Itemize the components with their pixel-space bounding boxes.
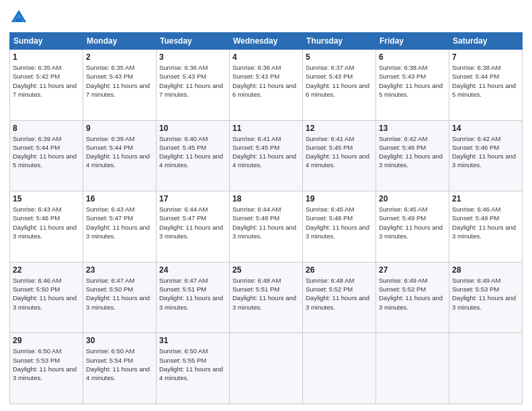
day-number: 2 <box>86 52 153 62</box>
day-info: Sunrise: 6:38 AM Sunset: 5:44 PM Dayligh… <box>452 63 519 99</box>
day-number: 8 <box>13 124 80 133</box>
day-cell: 18 Sunrise: 6:44 AM Sunset: 5:48 PM Dayl… <box>230 191 303 263</box>
day-number: 17 <box>159 194 226 203</box>
day-info: Sunrise: 6:50 AM Sunset: 5:55 PM Dayligh… <box>159 347 226 382</box>
day-number: 11 <box>232 124 300 133</box>
day-number: 24 <box>159 265 226 275</box>
day-cell: 24 Sunrise: 6:47 AM Sunset: 5:51 PM Dayl… <box>157 262 230 333</box>
day-number: 21 <box>452 194 519 203</box>
day-info: Sunrise: 6:39 AM Sunset: 5:44 PM Dayligh… <box>86 134 153 170</box>
day-cell <box>230 333 303 404</box>
day-cell: 16 Sunrise: 6:43 AM Sunset: 5:47 PM Dayl… <box>83 191 157 263</box>
day-info: Sunrise: 6:36 AM Sunset: 5:43 PM Dayligh… <box>159 63 226 99</box>
svg-rect-2 <box>16 18 21 22</box>
day-header-friday: Friday <box>376 33 449 50</box>
day-cell: 30 Sunrise: 6:50 AM Sunset: 5:54 PM Dayl… <box>83 333 157 404</box>
day-cell: 25 Sunrise: 6:48 AM Sunset: 5:51 PM Dayl… <box>230 262 303 333</box>
day-header-wednesday: Wednesday <box>230 33 303 50</box>
day-number: 18 <box>232 194 300 203</box>
day-cell: 31 Sunrise: 6:50 AM Sunset: 5:55 PM Dayl… <box>157 333 230 404</box>
day-info: Sunrise: 6:49 AM Sunset: 5:52 PM Dayligh… <box>379 276 446 312</box>
page: SundayMondayTuesdayWednesdayThursdayFrid… <box>0 0 532 411</box>
day-number: 14 <box>452 124 519 133</box>
day-number: 19 <box>306 194 373 203</box>
day-info: Sunrise: 6:50 AM Sunset: 5:54 PM Dayligh… <box>86 347 153 382</box>
day-number: 4 <box>232 52 300 62</box>
day-cell: 11 Sunrise: 6:41 AM Sunset: 5:45 PM Dayl… <box>230 120 303 191</box>
day-cell: 22 Sunrise: 6:46 AM Sunset: 5:50 PM Dayl… <box>10 262 83 333</box>
day-number: 23 <box>86 265 153 275</box>
day-cell: 6 Sunrise: 6:38 AM Sunset: 5:43 PM Dayli… <box>376 50 449 121</box>
day-cell <box>376 333 449 404</box>
day-number: 30 <box>86 336 153 345</box>
calendar-table: SundayMondayTuesdayWednesdayThursdayFrid… <box>9 32 523 404</box>
week-row-3: 15 Sunrise: 6:43 AM Sunset: 5:46 PM Dayl… <box>10 191 523 263</box>
day-info: Sunrise: 6:45 AM Sunset: 5:49 PM Dayligh… <box>379 205 446 240</box>
day-info: Sunrise: 6:47 AM Sunset: 5:50 PM Dayligh… <box>86 276 153 312</box>
day-cell: 26 Sunrise: 6:48 AM Sunset: 5:52 PM Dayl… <box>303 262 376 333</box>
day-cell: 13 Sunrise: 6:42 AM Sunset: 5:46 PM Dayl… <box>376 120 449 191</box>
day-number: 5 <box>306 52 373 62</box>
day-number: 10 <box>159 124 226 133</box>
day-cell: 27 Sunrise: 6:49 AM Sunset: 5:52 PM Dayl… <box>376 262 449 333</box>
day-cell: 9 Sunrise: 6:39 AM Sunset: 5:44 PM Dayli… <box>83 120 157 191</box>
day-info: Sunrise: 6:49 AM Sunset: 5:53 PM Dayligh… <box>452 276 519 312</box>
day-number: 27 <box>379 265 446 275</box>
week-row-5: 29 Sunrise: 6:50 AM Sunset: 5:53 PM Dayl… <box>10 333 523 404</box>
day-number: 15 <box>13 194 80 203</box>
day-info: Sunrise: 6:47 AM Sunset: 5:51 PM Dayligh… <box>159 276 226 312</box>
day-cell: 21 Sunrise: 6:46 AM Sunset: 5:49 PM Dayl… <box>449 191 523 263</box>
logo <box>9 8 30 27</box>
day-cell: 10 Sunrise: 6:40 AM Sunset: 5:45 PM Dayl… <box>157 120 230 191</box>
day-cell: 17 Sunrise: 6:44 AM Sunset: 5:47 PM Dayl… <box>157 191 230 263</box>
day-info: Sunrise: 6:42 AM Sunset: 5:46 PM Dayligh… <box>452 134 519 170</box>
day-cell: 1 Sunrise: 6:35 AM Sunset: 5:42 PM Dayli… <box>10 50 83 121</box>
day-cell: 5 Sunrise: 6:37 AM Sunset: 5:43 PM Dayli… <box>303 50 376 121</box>
day-info: Sunrise: 6:38 AM Sunset: 5:43 PM Dayligh… <box>379 63 446 99</box>
day-info: Sunrise: 6:39 AM Sunset: 5:44 PM Dayligh… <box>13 134 80 170</box>
day-number: 25 <box>232 265 300 275</box>
day-info: Sunrise: 6:43 AM Sunset: 5:46 PM Dayligh… <box>13 205 80 240</box>
day-header-monday: Monday <box>83 33 157 50</box>
day-cell: 3 Sunrise: 6:36 AM Sunset: 5:43 PM Dayli… <box>157 50 230 121</box>
day-number: 16 <box>86 194 153 203</box>
day-number: 7 <box>452 52 519 62</box>
week-row-4: 22 Sunrise: 6:46 AM Sunset: 5:50 PM Dayl… <box>10 262 523 333</box>
day-cell: 14 Sunrise: 6:42 AM Sunset: 5:46 PM Dayl… <box>449 120 523 191</box>
day-cell: 28 Sunrise: 6:49 AM Sunset: 5:53 PM Dayl… <box>449 262 523 333</box>
day-number: 9 <box>86 124 153 133</box>
day-info: Sunrise: 6:48 AM Sunset: 5:52 PM Dayligh… <box>306 276 373 312</box>
day-number: 29 <box>13 336 80 345</box>
day-number: 20 <box>379 194 446 203</box>
day-cell: 29 Sunrise: 6:50 AM Sunset: 5:53 PM Dayl… <box>10 333 83 404</box>
day-number: 26 <box>306 265 373 275</box>
day-number: 12 <box>306 124 373 133</box>
day-cell: 4 Sunrise: 6:36 AM Sunset: 5:43 PM Dayli… <box>230 50 303 121</box>
day-info: Sunrise: 6:41 AM Sunset: 5:45 PM Dayligh… <box>306 134 373 170</box>
day-info: Sunrise: 6:35 AM Sunset: 5:43 PM Dayligh… <box>86 63 153 99</box>
day-cell: 15 Sunrise: 6:43 AM Sunset: 5:46 PM Dayl… <box>10 191 83 263</box>
day-cell: 20 Sunrise: 6:45 AM Sunset: 5:49 PM Dayl… <box>376 191 449 263</box>
day-cell: 19 Sunrise: 6:45 AM Sunset: 5:48 PM Dayl… <box>303 191 376 263</box>
day-number: 31 <box>159 336 226 345</box>
day-info: Sunrise: 6:40 AM Sunset: 5:45 PM Dayligh… <box>159 134 226 170</box>
day-number: 3 <box>159 52 226 62</box>
day-header-saturday: Saturday <box>449 33 523 50</box>
day-info: Sunrise: 6:37 AM Sunset: 5:43 PM Dayligh… <box>306 63 373 99</box>
day-cell <box>449 333 523 404</box>
day-header-tuesday: Tuesday <box>157 33 230 50</box>
day-info: Sunrise: 6:48 AM Sunset: 5:51 PM Dayligh… <box>232 276 300 312</box>
day-info: Sunrise: 6:44 AM Sunset: 5:47 PM Dayligh… <box>159 205 226 240</box>
day-info: Sunrise: 6:46 AM Sunset: 5:50 PM Dayligh… <box>13 276 80 312</box>
day-number: 1 <box>13 52 80 62</box>
day-info: Sunrise: 6:36 AM Sunset: 5:43 PM Dayligh… <box>232 63 300 99</box>
day-info: Sunrise: 6:43 AM Sunset: 5:47 PM Dayligh… <box>86 205 153 240</box>
header <box>9 8 523 27</box>
day-header-sunday: Sunday <box>10 33 83 50</box>
day-header-thursday: Thursday <box>303 33 376 50</box>
day-info: Sunrise: 6:41 AM Sunset: 5:45 PM Dayligh… <box>232 134 300 170</box>
day-info: Sunrise: 6:35 AM Sunset: 5:42 PM Dayligh… <box>13 63 80 99</box>
day-cell: 8 Sunrise: 6:39 AM Sunset: 5:44 PM Dayli… <box>10 120 83 191</box>
day-info: Sunrise: 6:45 AM Sunset: 5:48 PM Dayligh… <box>306 205 373 240</box>
day-number: 13 <box>379 124 446 133</box>
